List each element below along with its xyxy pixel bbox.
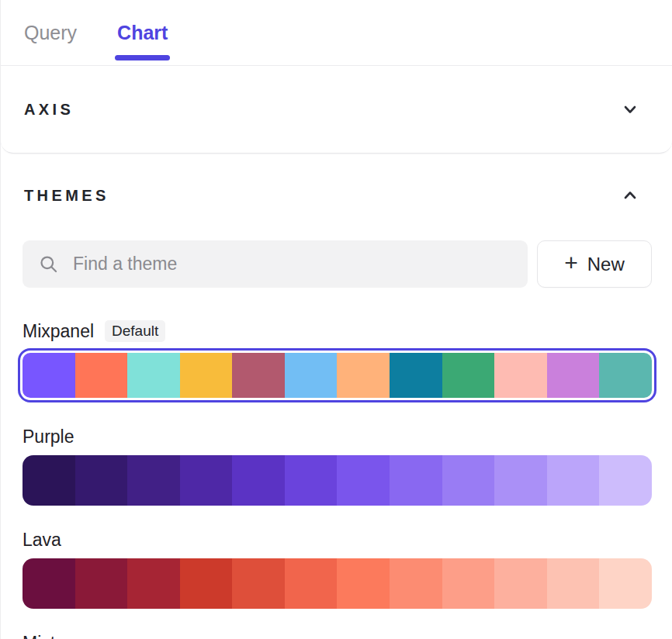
color-swatch	[547, 455, 600, 506]
color-swatch	[547, 558, 600, 609]
color-swatch	[390, 558, 442, 609]
color-swatch	[442, 455, 495, 506]
chart-settings-panel: Query Chart AXIS THEMES	[0, 0, 672, 639]
color-swatch	[232, 558, 285, 609]
axis-section: AXIS	[1, 66, 672, 154]
theme-search[interactable]	[23, 240, 528, 288]
new-theme-button[interactable]: + New	[537, 240, 652, 288]
chevron-down-icon[interactable]	[622, 102, 638, 117]
color-swatch	[599, 558, 652, 609]
theme-name: Lava	[23, 530, 61, 551]
color-swatch	[442, 353, 495, 398]
theme-list: MixpanelDefaultPurpleLavaMist	[1, 319, 672, 639]
color-swatch	[232, 353, 285, 398]
color-swatch	[75, 455, 128, 506]
color-swatch	[390, 455, 442, 506]
new-theme-button-label: New	[587, 254, 625, 275]
color-swatch	[337, 353, 390, 398]
tab-chart[interactable]: Chart	[117, 0, 168, 65]
color-swatch	[494, 353, 547, 398]
theme-name: Mixpanel	[23, 321, 94, 342]
chevron-up-icon[interactable]	[622, 188, 638, 203]
color-swatch	[285, 455, 338, 506]
color-swatch	[127, 353, 180, 398]
theme-label: Purple	[23, 424, 652, 449]
theme-controls: + New	[23, 240, 652, 288]
color-swatch	[232, 455, 285, 506]
color-swatch	[75, 353, 128, 398]
theme-label: MixpanelDefault	[23, 319, 652, 344]
color-swatch	[180, 353, 233, 398]
axis-section-header[interactable]: AXIS	[1, 101, 672, 119]
color-swatch	[23, 558, 75, 609]
swatch-row	[23, 455, 652, 506]
color-swatch	[494, 558, 547, 609]
theme-row-purple[interactable]: Purple	[23, 424, 652, 506]
plus-icon: +	[564, 251, 578, 275]
color-swatch	[23, 455, 75, 506]
color-swatch	[442, 558, 495, 609]
color-swatch	[337, 455, 390, 506]
axis-section-title: AXIS	[24, 101, 74, 119]
search-icon	[38, 254, 59, 275]
tab-bar: Query Chart	[1, 0, 672, 66]
color-swatch	[127, 455, 180, 506]
color-swatch	[23, 353, 75, 398]
color-swatch	[599, 353, 652, 398]
color-swatch	[390, 353, 442, 398]
theme-label: Lava	[23, 527, 652, 552]
theme-name: Purple	[23, 427, 74, 447]
theme-row-lava[interactable]: Lava	[23, 527, 652, 609]
color-swatch	[75, 558, 128, 609]
swatch-row	[23, 353, 652, 398]
color-swatch	[127, 558, 180, 609]
color-swatch	[285, 353, 338, 398]
themes-section-title: THEMES	[24, 187, 109, 205]
color-swatch	[599, 455, 652, 506]
color-swatch	[180, 558, 233, 609]
color-swatch	[337, 558, 390, 609]
themes-section-header[interactable]: THEMES	[1, 181, 672, 209]
theme-row-mist[interactable]: Mist	[23, 630, 652, 639]
theme-swatch-strip[interactable]	[23, 558, 652, 609]
color-swatch	[494, 455, 547, 506]
theme-row-mixpanel[interactable]: MixpanelDefault	[23, 319, 652, 402]
color-swatch	[180, 455, 233, 506]
theme-swatch-strip[interactable]	[23, 455, 652, 506]
color-swatch	[285, 558, 338, 609]
themes-section: THEMES + New MixpanelDefaultPurpleLavaMi…	[1, 154, 672, 639]
search-input[interactable]	[71, 253, 512, 275]
theme-name: Mist	[23, 633, 55, 639]
theme-swatch-strip-selected[interactable]	[18, 348, 656, 402]
swatch-row	[23, 558, 652, 609]
theme-label: Mist	[23, 630, 652, 639]
color-swatch	[547, 353, 600, 398]
tab-query[interactable]: Query	[24, 0, 77, 65]
default-badge: Default	[105, 320, 165, 343]
